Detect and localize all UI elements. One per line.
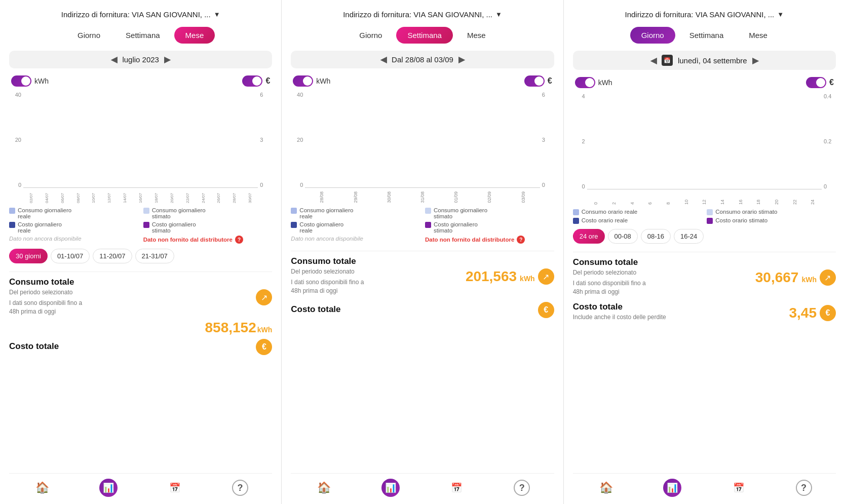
euro-circle-2: € [538, 302, 554, 318]
costo-title-2: Costo totale [291, 304, 340, 315]
tab-row-2: Giorno Settimana Mese [291, 27, 554, 44]
filter-11-20[interactable]: 11-20/07 [93, 249, 132, 263]
nav-calendar-3[interactable]: 📅 [729, 479, 748, 497]
consumo-text-2: Consumo totale Del periodo selezionato I… [291, 256, 364, 297]
chart-1: 40 20 0 6 3 0 02/0704/0706/0708/0710/071… [9, 92, 272, 203]
consumo-sub-2a: Del periodo selezionato [291, 267, 364, 276]
filter-30giorni[interactable]: 30 giorni [9, 249, 48, 263]
nav-chart-3[interactable]: 📊 [663, 479, 681, 497]
nav-calendar-2[interactable]: 📅 [447, 479, 466, 497]
address-bar-3[interactable]: Indirizzo di fornitura: VIA SAN GIOVANNI… [573, 10, 836, 19]
time-filter-row-1: 30 giorni 01-10/07 11-20/07 21-31/07 [9, 249, 272, 263]
filter-24ore[interactable]: 24 ore [573, 229, 605, 244]
nav-home-3[interactable]: 🏠 [597, 479, 615, 497]
tab-settimana-1[interactable]: Settimana [114, 27, 171, 44]
legend-item-2-4: Costo giornalierostimato [425, 221, 554, 234]
next-arrow-1[interactable]: ▶ [164, 55, 170, 64]
nav-home-1[interactable]: 🏠 [33, 479, 51, 497]
costo-title-3: Costo totale [573, 302, 666, 312]
consumo-title-1: Consumo totale [9, 277, 82, 287]
panel-settimana: Indirizzo di fornitura: VIA SAN GIOVANNI… [282, 0, 563, 504]
question-icon-1[interactable]: ? [235, 236, 243, 244]
trend-icon-3: ↗ [820, 269, 836, 286]
gray-note-2: Dato non ancora disponibile [291, 236, 420, 244]
consumo-number-row-1: 858,152 kWh [9, 320, 272, 336]
filter-01-10[interactable]: 01-10/07 [51, 249, 90, 263]
period-nav-3: ◀ 📅 lunedì, 04 settembre ▶ [573, 51, 836, 70]
consumo-sub-2b: I dati sono disponibili fino a48h prima … [291, 278, 364, 295]
prev-arrow-1[interactable]: ◀ [111, 55, 117, 64]
nav-help-3[interactable]: ? [796, 480, 812, 496]
legend-color-2-3 [291, 222, 297, 228]
costo-row-2: Costo totale € [291, 302, 554, 318]
yr-bot-1: 0 [260, 182, 263, 188]
next-arrow-3[interactable]: ▶ [752, 56, 758, 65]
y-axis-right-1: 6 3 0 [258, 92, 272, 188]
help-icon-1: ? [232, 480, 248, 496]
kwh-toggle-1: kWh [11, 75, 49, 87]
euro-switch-1[interactable] [242, 75, 262, 87]
nav-chart-1[interactable]: 📊 [99, 479, 118, 497]
chevron-down-icon-1: ▼ [214, 11, 220, 18]
consumo-number-2: 201,563 [466, 268, 517, 285]
yr-mid-1: 3 [260, 137, 263, 143]
costo-subtitle-3: Include anche il costo delle perdite [573, 313, 666, 322]
yr-top-2: 6 [542, 92, 545, 98]
address-label-3: Indirizzo di fornitura: VIA SAN GIOVANNI… [625, 10, 774, 19]
kwh-label-3: kWh [598, 79, 612, 87]
nav-help-2[interactable]: ? [514, 480, 530, 496]
period-label-2: Dal 28/08 al 03/09 [392, 55, 453, 64]
panel-mese: Indirizzo di fornitura: VIA SAN GIOVANNI… [0, 0, 282, 504]
yr-top-1: 6 [260, 92, 263, 98]
prev-arrow-3[interactable]: ◀ [650, 56, 657, 65]
prev-arrow-2[interactable]: ◀ [380, 55, 387, 64]
tab-mese-3[interactable]: Mese [738, 27, 779, 44]
euro-switch-2[interactable] [524, 75, 545, 87]
legend-color-2-1 [291, 208, 297, 214]
tab-settimana-3[interactable]: Settimana [678, 27, 735, 44]
tab-mese-2[interactable]: Mese [456, 27, 497, 44]
legend-color-3-1 [573, 209, 579, 215]
filter-08-16[interactable]: 08-16 [641, 229, 671, 244]
tab-giorno-1[interactable]: Giorno [66, 27, 111, 44]
legend-item-2-3: Costo giornalieroreale [291, 221, 420, 234]
toggle-row-2: kWh € [291, 75, 554, 87]
nav-calendar-1[interactable]: 📅 [166, 479, 184, 497]
nav-chart-2[interactable]: 📊 [381, 479, 400, 497]
euro-label-2: € [548, 76, 552, 86]
chart-3: 4 2 0 0.4 0.2 0 024681012141618202224 [573, 93, 836, 205]
legend-text-4: Costo giornalierostimato [152, 221, 196, 234]
kwh-switch-2[interactable] [293, 75, 313, 87]
filter-16-24[interactable]: 16-24 [674, 229, 704, 244]
consumo-unit-1: kWh [257, 326, 273, 334]
kwh-switch-1[interactable] [11, 75, 31, 87]
address-bar-1[interactable]: Indirizzo di fornitura: VIA SAN GIOVANNI… [9, 10, 272, 19]
nav-help-1[interactable]: ? [232, 480, 248, 496]
filter-00-08[interactable]: 00-08 [608, 229, 638, 244]
chart-icon-3: 📊 [663, 479, 681, 497]
legend-text-2: Consumo giornalierostimato [152, 207, 206, 219]
tab-giorno-2[interactable]: Giorno [348, 27, 393, 44]
filter-21-31[interactable]: 21-31/07 [135, 249, 174, 263]
yr-bot-2: 0 [542, 182, 545, 188]
next-arrow-2[interactable]: ▶ [458, 55, 465, 64]
tab-giorno-3[interactable]: Giorno [630, 27, 675, 44]
legend-text-3-1: Consumo orario reale [582, 209, 638, 215]
kwh-switch-3[interactable] [575, 77, 595, 88]
gray-note-text-2: Dato non ancora disponibile [291, 236, 363, 242]
tab-settimana-2[interactable]: Settimana [396, 27, 453, 44]
euro-switch-3[interactable] [806, 77, 826, 88]
legend-color-4 [143, 222, 149, 228]
address-bar-2[interactable]: Indirizzo di fornitura: VIA SAN GIOVANNI… [291, 10, 554, 19]
consumo-section-3: Consumo totale Del periodo selezionato I… [573, 252, 836, 324]
bottom-nav-2: 🏠 📊 📅 ? [291, 473, 554, 504]
tab-mese-1[interactable]: Mese [174, 27, 215, 44]
legend-color-3-2 [707, 209, 713, 215]
red-note-2: Dato non fornito dal distributore ? [425, 236, 554, 244]
help-icon-2: ? [514, 480, 530, 496]
question-icon-2[interactable]: ? [517, 236, 525, 244]
nav-home-2[interactable]: 🏠 [315, 479, 333, 497]
y-bot-3: 0 [582, 183, 585, 189]
legend-1: Consumo giornalieroreale Consumo giornal… [9, 207, 272, 244]
legend-item-3-4: Costo orario stimato [707, 217, 836, 224]
